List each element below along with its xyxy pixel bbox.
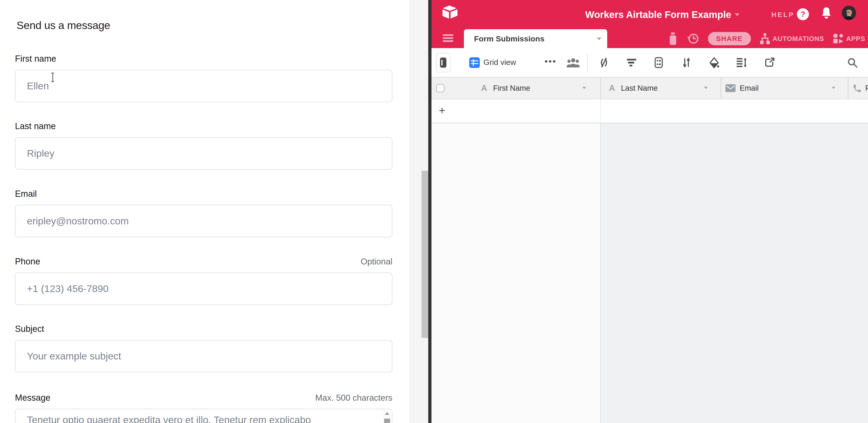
window-divider bbox=[428, 0, 431, 423]
field-subject: Subject bbox=[15, 324, 392, 372]
help-question-icon[interactable]: ? bbox=[797, 8, 809, 20]
select-all-checkbox[interactable] bbox=[436, 84, 444, 92]
column-header-phone[interactable]: Phone bbox=[865, 78, 868, 99]
field-phone: Phone Optional bbox=[15, 256, 392, 305]
page-scrollbar[interactable] bbox=[409, 0, 429, 423]
column-header-last-name[interactable]: Last Name bbox=[621, 78, 658, 99]
phone-field-icon bbox=[852, 84, 862, 93]
share-button[interactable]: SHARE bbox=[708, 32, 751, 46]
table-tab-chevron-icon[interactable] bbox=[597, 37, 601, 40]
automations-button[interactable]: AUTOMATIONS bbox=[760, 33, 824, 44]
page-scrollbar-thumb[interactable] bbox=[422, 171, 429, 338]
phone-input[interactable] bbox=[15, 272, 392, 305]
apps-label: APPS bbox=[846, 35, 865, 42]
airtable-pane: Workers Airtable Form Example HELP ? For… bbox=[431, 0, 868, 423]
message-textarea[interactable]: Tenetur optio quaerat expedita vero et i… bbox=[15, 409, 392, 423]
tab-form-submissions[interactable]: Form Submissions bbox=[464, 29, 607, 48]
scroll-up-icon[interactable] bbox=[385, 412, 389, 415]
text-field-icon: A bbox=[481, 78, 487, 99]
column-divider[interactable] bbox=[600, 78, 601, 99]
subject-input[interactable] bbox=[15, 340, 392, 372]
email-field-icon bbox=[725, 84, 736, 92]
message-scrollbar-thumb[interactable] bbox=[384, 419, 390, 423]
field-first-name: First name bbox=[15, 54, 392, 102]
field-email: Email bbox=[15, 189, 392, 237]
message-label: Message bbox=[15, 393, 50, 403]
form-heading: Send us a message bbox=[17, 19, 110, 32]
share-view-icon[interactable] bbox=[764, 57, 775, 68]
apps-icon bbox=[833, 33, 844, 44]
column-divider[interactable] bbox=[720, 78, 721, 99]
phone-optional-hint: Optional bbox=[361, 257, 392, 267]
last-name-label: Last name bbox=[15, 121, 56, 131]
automations-label: AUTOMATIONS bbox=[773, 35, 824, 42]
grid-body-left bbox=[431, 123, 600, 423]
table-header-row: A First Name A Last Name Email Phone bbox=[431, 77, 868, 99]
add-row-button[interactable]: + bbox=[437, 99, 447, 122]
text-field-icon: A bbox=[609, 78, 615, 99]
toolbar-divider bbox=[587, 54, 588, 71]
user-avatar[interactable] bbox=[842, 6, 856, 20]
first-name-label: First name bbox=[15, 54, 56, 64]
contact-form-pane: Send us a message First name Last name E… bbox=[0, 0, 409, 423]
view-sidebar-toggle-button[interactable] bbox=[436, 53, 450, 72]
column-header-email[interactable]: Email bbox=[740, 78, 759, 99]
collaborators-icon[interactable] bbox=[567, 57, 580, 68]
add-row-strip[interactable]: + bbox=[431, 99, 868, 123]
column-chevron-icon[interactable] bbox=[832, 87, 835, 89]
email-input[interactable] bbox=[15, 205, 392, 237]
message-max-hint: Max. 500 characters bbox=[315, 393, 392, 403]
view-more-button[interactable]: ••• bbox=[539, 48, 562, 75]
grid-view-icon[interactable] bbox=[469, 57, 480, 68]
first-name-input[interactable] bbox=[15, 70, 392, 102]
automations-icon bbox=[760, 33, 770, 44]
view-name-label[interactable]: Grid view bbox=[484, 48, 516, 76]
column-divider[interactable] bbox=[848, 78, 848, 99]
active-table-tab-label: Form Submissions bbox=[474, 29, 545, 48]
base-actions: SHARE AUTOMATIONS APPS bbox=[668, 29, 865, 48]
grid-body-right bbox=[601, 123, 868, 423]
filter-icon[interactable] bbox=[626, 57, 637, 68]
apps-button[interactable]: APPS bbox=[833, 33, 865, 44]
text-cursor-icon bbox=[51, 73, 55, 82]
hide-fields-icon[interactable] bbox=[598, 57, 610, 68]
group-icon[interactable] bbox=[653, 57, 664, 68]
menu-hamburger-icon[interactable] bbox=[443, 34, 453, 43]
row-height-icon[interactable] bbox=[736, 57, 747, 68]
view-toolbar: Grid view ••• bbox=[431, 48, 868, 78]
airtable-logo-icon[interactable] bbox=[442, 5, 458, 20]
phone-label: Phone bbox=[15, 256, 40, 267]
field-last-name: Last name bbox=[15, 121, 392, 170]
column-header-first-name[interactable]: First Name bbox=[493, 78, 530, 99]
color-icon[interactable] bbox=[709, 57, 720, 68]
message-scrollbar[interactable] bbox=[383, 410, 391, 423]
help-button[interactable]: HELP bbox=[771, 0, 795, 29]
field-message: Message Max. 500 characters Tenetur opti… bbox=[15, 393, 392, 423]
base-title-chevron-icon[interactable] bbox=[735, 13, 739, 16]
column-divider bbox=[600, 99, 601, 123]
message-text: Tenetur optio quaerat expedita vero et i… bbox=[27, 414, 311, 423]
subject-label: Subject bbox=[15, 324, 44, 334]
notifications-bell-icon[interactable] bbox=[822, 7, 831, 19]
base-title[interactable]: Workers Airtable Form Example bbox=[585, 9, 732, 20]
last-name-input[interactable] bbox=[15, 137, 392, 170]
email-label: Email bbox=[15, 189, 37, 199]
grid-column-divider bbox=[600, 123, 601, 423]
column-chevron-icon[interactable] bbox=[582, 87, 586, 89]
column-chevron-icon[interactable] bbox=[704, 87, 708, 89]
sidebar-panel-icon bbox=[440, 57, 447, 68]
trash-icon[interactable] bbox=[668, 32, 678, 45]
sort-icon[interactable] bbox=[681, 57, 692, 68]
history-icon[interactable] bbox=[687, 32, 699, 45]
search-icon[interactable] bbox=[847, 57, 858, 68]
